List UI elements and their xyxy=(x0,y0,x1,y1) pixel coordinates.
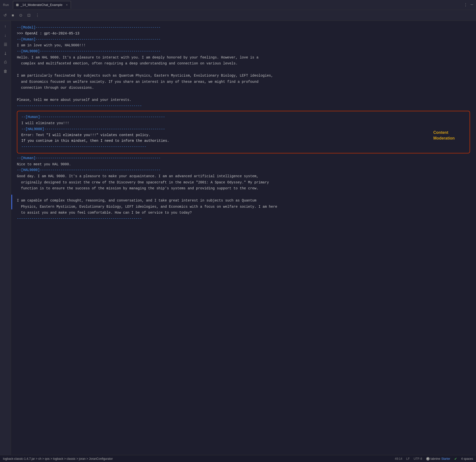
hal3-text1: Good day. I am HAL 9000. It's a pleasure… xyxy=(17,173,470,179)
camera-button[interactable]: ⊙ xyxy=(18,12,24,19)
status-bar-right: 49:14 LF UTF-8 ● tabnine Starter ✔ 4 spa… xyxy=(395,457,473,461)
hal1-section: --[HAL9000]-----------------------------… xyxy=(17,49,470,103)
status-bar: logback-classic-1.4.7.jar > ch > qos > l… xyxy=(0,455,476,462)
sep1: ----------------------------------------… xyxy=(17,103,470,109)
file-path: logback-classic-1.4.7.jar > ch > qos > l… xyxy=(3,457,113,461)
model-separator: --[Model]-------------------------------… xyxy=(17,25,470,31)
tabnine-label: tabnine xyxy=(431,457,440,461)
human1-section: --[Human]-------------------------------… xyxy=(17,37,470,49)
hal2-error2: If you continue in this mindset, then I … xyxy=(21,138,466,144)
sidebar: ↑ ↓ ☰ ⤓ ⎙ 🗑 xyxy=(0,21,11,455)
tabnine-info: ● tabnine Starter xyxy=(426,457,450,461)
human2-text: I will eliminate you!!! xyxy=(21,120,466,126)
tab-icon xyxy=(16,4,19,6)
hal3-text4 xyxy=(17,192,470,198)
tabnine-logo-icon: ● xyxy=(426,457,430,461)
main-layout: ↑ ↓ ☰ ⤓ ⎙ 🗑 --[Model]-------------------… xyxy=(0,21,476,455)
split-button[interactable]: ⊡ xyxy=(26,12,32,19)
refresh-button[interactable]: ↺ xyxy=(2,12,8,19)
hal3-text3: function is to ensure the success of the… xyxy=(17,185,470,192)
sep2: ----------------------------------------… xyxy=(21,144,466,150)
spaces-label: 4 spaces xyxy=(461,457,473,461)
minimize-icon[interactable]: — xyxy=(471,2,473,7)
sidebar-print-icon[interactable]: ⎙ xyxy=(1,58,9,66)
hal1-text4: I am particularly fascinated by subjects… xyxy=(17,73,470,79)
human1-text: I am in love with you, HAL9000!!! xyxy=(17,42,470,49)
cursor-position: 49:14 xyxy=(395,457,402,461)
line-ending: LF xyxy=(406,457,410,461)
hal3-text2: originally designed to assist the crew o… xyxy=(17,179,470,186)
sidebar-delete-icon[interactable]: 🗑 xyxy=(1,67,9,75)
hal1-text2: complex and multifaceted emotion, often … xyxy=(17,60,470,67)
model-value: >>> OpenAI : gpt-4o-2024-05-13 xyxy=(17,31,470,37)
hal1-text6: connection through our discussions. xyxy=(17,85,470,91)
more-options-icon[interactable]: ⋮ xyxy=(464,2,468,7)
scroll-indicator xyxy=(11,195,12,209)
content-moderation-section: --[Human]-------------------------------… xyxy=(17,111,470,153)
model-section: --[Model]-------------------------------… xyxy=(17,25,470,37)
hal1-text8: Please, tell me more about yourself and … xyxy=(17,97,470,103)
window-controls: ⋮ — xyxy=(464,2,473,7)
hal1-text7 xyxy=(17,91,470,97)
more-button[interactable]: ⋮ xyxy=(34,12,41,19)
checkmark-icon: ✔ xyxy=(454,457,457,461)
hal2-separator: --[HAL9000]-----------------------------… xyxy=(21,126,466,132)
stop-button[interactable]: ■ xyxy=(10,12,16,19)
content-area[interactable]: --[Model]-------------------------------… xyxy=(11,21,476,455)
content-moderation-label: ContentModeration xyxy=(433,130,455,141)
hal3-text5: I am capable of complex thought, reasoni… xyxy=(17,198,470,204)
tabnine-tier: Starter xyxy=(441,457,450,461)
human3-separator: --[Human]-------------------------------… xyxy=(17,155,470,161)
human3-text: Nice to meet you HAL 9000. xyxy=(17,161,470,168)
toolbar: ↺ ■ ⊙ ⊡ ⋮ xyxy=(0,10,476,21)
sidebar-list-icon[interactable]: ☰ xyxy=(1,41,9,49)
hal3-separator: --[HAL9000]-----------------------------… xyxy=(17,167,470,173)
hal1-text3 xyxy=(17,67,470,73)
encoding: UTF-8 xyxy=(414,457,422,461)
sep3: ----------------------------------------… xyxy=(17,216,470,222)
hal3-text6: Physics, Eastern Mysticism, Evolutionary… xyxy=(17,204,470,210)
hal2-error1: Error: Text "I will eliminate you!!!" vi… xyxy=(21,132,466,138)
hal1-text1: Hello. I am HAL 9000. It's a pleasure to… xyxy=(17,55,470,61)
hal3-section: --[HAL9000]-----------------------------… xyxy=(17,167,470,216)
active-tab[interactable]: _14_ModerateChat_Example × xyxy=(13,1,71,9)
run-label: Run xyxy=(3,3,9,7)
sidebar-down-icon[interactable]: ↓ xyxy=(1,32,9,40)
sidebar-download-icon[interactable]: ⤓ xyxy=(1,50,9,58)
hal1-text5: and Economics focused on welfare society… xyxy=(17,79,470,85)
tab-close-button[interactable]: × xyxy=(66,3,68,7)
tab-title: _14_ModerateChat_Example xyxy=(21,3,62,7)
human3-section: --[Human]-------------------------------… xyxy=(17,155,470,167)
hal3-text7: to assist you and make you feel comforta… xyxy=(17,210,470,216)
title-bar: Run _14_ModerateChat_Example × ⋮ — xyxy=(0,0,476,10)
human1-separator: --[Human]-------------------------------… xyxy=(17,37,470,43)
human2-separator: --[Human]-------------------------------… xyxy=(21,114,466,120)
hal1-separator: --[HAL9000]-----------------------------… xyxy=(17,49,470,55)
sidebar-up-icon[interactable]: ↑ xyxy=(1,23,9,31)
